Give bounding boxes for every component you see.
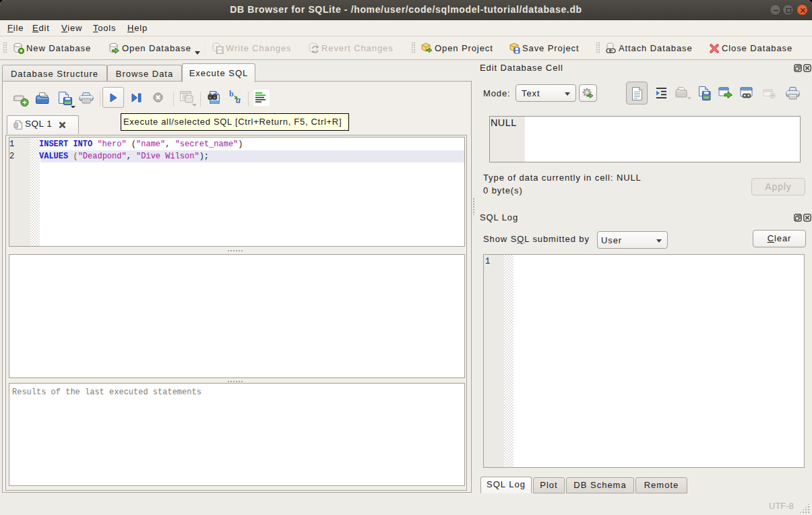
svg-text:a: a — [236, 95, 241, 105]
svg-text:b: b — [229, 90, 234, 98]
